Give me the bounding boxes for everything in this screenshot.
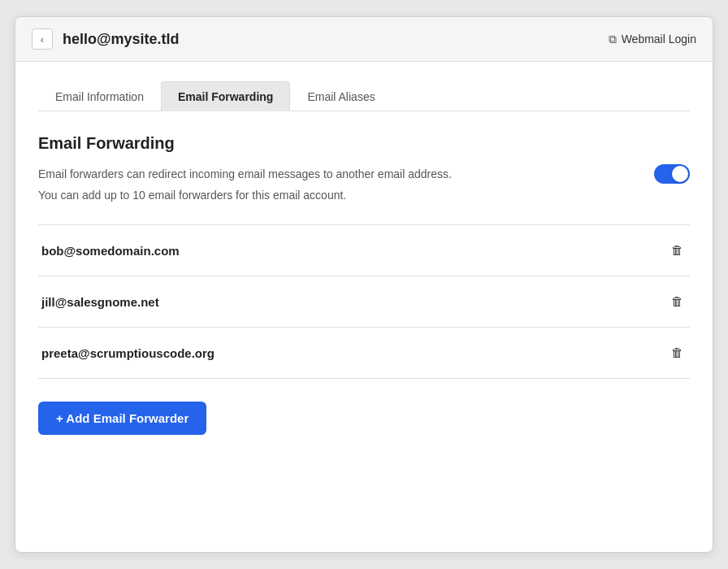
forwarder-item: jill@salesgnome.net [38, 276, 690, 328]
tab-bar: Email Information Email Forwarding Email… [38, 81, 690, 111]
content-area: Email Information Email Forwarding Email… [15, 62, 713, 454]
description-2: You can add up to 10 email forwarders fo… [38, 189, 690, 202]
trash-icon [671, 345, 683, 360]
forwarder-item: bob@somedomain.com [38, 225, 690, 276]
forwarder-email: preeta@scrumptiouscode.org [41, 346, 214, 360]
description-1: Email forwarders can redirect incoming e… [38, 167, 452, 180]
delete-forwarder-button[interactable] [668, 291, 687, 312]
forwarder-item: preeta@scrumptiouscode.org [38, 328, 690, 379]
trash-icon [671, 243, 683, 258]
add-email-forwarder-button[interactable]: + Add Email Forwarder [38, 402, 206, 435]
forwarder-email: jill@salesgnome.net [41, 295, 159, 309]
header-title: hello@mysite.tld [63, 31, 180, 48]
delete-forwarder-button[interactable] [668, 342, 687, 363]
forwarder-list: bob@somedomain.com jill@salesgnome.net p… [38, 224, 690, 379]
delete-forwarder-button[interactable] [668, 240, 687, 261]
webmail-login-link[interactable]: ⧉ Webmail Login [609, 33, 696, 46]
header: ‹ hello@mysite.tld ⧉ Webmail Login [15, 17, 713, 62]
tab-email-forwarding[interactable]: Email Forwarding [161, 81, 290, 111]
header-left: ‹ hello@mysite.tld [32, 28, 180, 50]
external-link-icon: ⧉ [609, 33, 617, 46]
email-forwarding-section: Email Forwarding Email forwarders can re… [38, 134, 690, 435]
tab-email-aliases[interactable]: Email Aliases [290, 81, 392, 111]
forwarder-email: bob@somedomain.com [41, 244, 180, 258]
main-window: ‹ hello@mysite.tld ⧉ Webmail Login Email… [15, 16, 713, 553]
tab-email-information[interactable]: Email Information [38, 81, 161, 111]
forwarding-toggle[interactable] [654, 164, 690, 184]
back-button[interactable]: ‹ [32, 28, 53, 50]
section-title: Email Forwarding [38, 134, 690, 153]
trash-icon [671, 294, 683, 309]
description-row: Email forwarders can redirect incoming e… [38, 164, 690, 184]
webmail-login-label: Webmail Login [622, 33, 696, 46]
